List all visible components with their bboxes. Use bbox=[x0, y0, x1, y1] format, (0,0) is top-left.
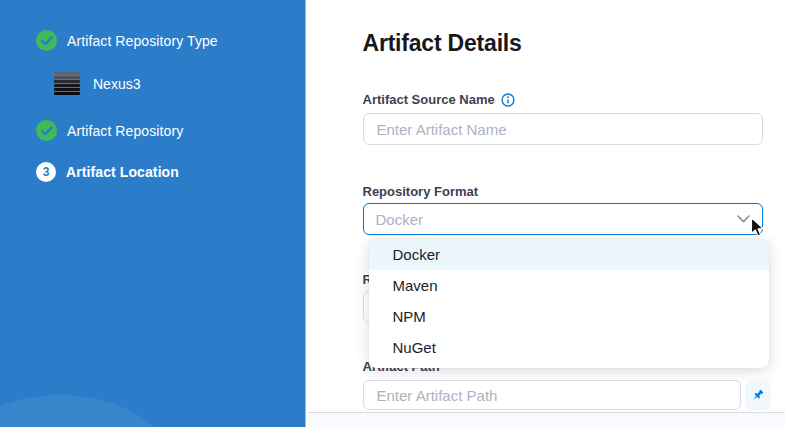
field-label-text: Artifact Source Name bbox=[363, 92, 495, 107]
repository-format-dropdown: Docker Maven NPM NuGet bbox=[369, 239, 769, 368]
artifact-source-name-label: Artifact Source Name bbox=[363, 92, 515, 107]
nexus3-icon bbox=[54, 72, 80, 95]
fixed-value-pin-button[interactable] bbox=[745, 380, 771, 410]
check-icon bbox=[36, 30, 57, 51]
sidebar-step-artifact-repository[interactable]: Artifact Repository bbox=[36, 120, 183, 141]
repository-format-label: Repository Format bbox=[363, 184, 479, 199]
dropdown-option-npm[interactable]: NPM bbox=[369, 301, 769, 332]
pin-icon bbox=[750, 388, 765, 403]
selected-format-value: Docker bbox=[376, 211, 424, 228]
step-label: Artifact Repository bbox=[67, 123, 183, 139]
selected-type-label: Nexus3 bbox=[93, 76, 140, 92]
artifact-details-panel: Artifact Details Artifact Source Name Re… bbox=[308, 0, 785, 427]
step-label: Artifact Location bbox=[66, 164, 179, 180]
dropdown-option-maven[interactable]: Maven bbox=[369, 270, 769, 301]
step-number-badge: 3 bbox=[36, 162, 56, 182]
check-icon bbox=[36, 120, 57, 141]
chevron-down-icon bbox=[737, 215, 750, 223]
field-label-text: Repository Format bbox=[363, 184, 479, 199]
info-icon[interactable] bbox=[501, 93, 515, 107]
sidebar-step-artifact-repository-type[interactable]: Artifact Repository Type bbox=[36, 30, 218, 51]
artifact-path-input[interactable] bbox=[363, 380, 741, 410]
footer-strip bbox=[308, 412, 785, 427]
dropdown-option-docker[interactable]: Docker bbox=[369, 239, 769, 270]
artifact-source-name-input[interactable] bbox=[363, 113, 763, 145]
decorative-circle bbox=[0, 395, 175, 427]
sidebar-step-artifact-location[interactable]: 3 Artifact Location bbox=[36, 162, 179, 182]
page-title: Artifact Details bbox=[363, 30, 522, 57]
sidebar-selected-nexus3[interactable]: Nexus3 bbox=[54, 72, 140, 95]
artifact-wizard-screen: Artifact Repository Type Nexus3 Artifact… bbox=[0, 0, 785, 427]
repository-format-select[interactable]: Docker bbox=[363, 203, 763, 235]
step-label: Artifact Repository Type bbox=[67, 33, 218, 49]
dropdown-option-nuget[interactable]: NuGet bbox=[369, 332, 769, 363]
wizard-steps-sidebar: Artifact Repository Type Nexus3 Artifact… bbox=[0, 0, 306, 427]
